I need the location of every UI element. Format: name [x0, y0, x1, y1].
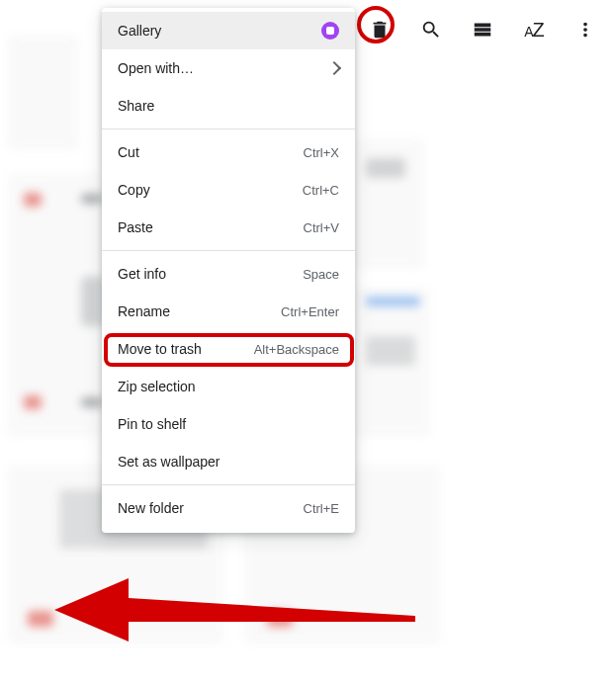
- sort-label: AZ: [524, 19, 544, 42]
- menu-item-shortcut: Alt+Backspace: [254, 342, 339, 357]
- menu-item-new-folder[interactable]: New folderCtrl+E: [102, 489, 355, 527]
- menu-item-cut[interactable]: CutCtrl+X: [102, 133, 355, 171]
- list-view-icon: [472, 19, 493, 41]
- menu-item-label: Pin to shelf: [118, 416, 339, 432]
- menu-item-shortcut: Ctrl+C: [303, 183, 339, 198]
- menu-item-shortcut: Ctrl+V: [304, 220, 339, 235]
- menu-item-paste[interactable]: PasteCtrl+V: [102, 209, 355, 246]
- bg-smudge: [366, 158, 405, 178]
- toolbar: AZ: [354, 10, 611, 49]
- menu-item-label: Share: [118, 98, 339, 114]
- search-button[interactable]: [405, 10, 457, 49]
- search-icon: [420, 19, 442, 41]
- menu-item-label: Copy: [118, 182, 289, 198]
- menu-divider: [102, 129, 355, 129]
- chevron-right-icon: [327, 61, 341, 75]
- list-view-button[interactable]: [457, 10, 508, 49]
- menu-item-label: Cut: [118, 144, 290, 160]
- menu-item-shortcut: Ctrl+X: [304, 145, 339, 160]
- menu-item-label: Paste: [118, 219, 290, 235]
- bg-smudge: [24, 395, 42, 409]
- menu-item-shortcut: Ctrl+E: [304, 501, 339, 516]
- gallery-badge-icon: [321, 22, 339, 40]
- bg-smudge: [24, 193, 42, 207]
- trash-button[interactable]: [354, 10, 405, 49]
- menu-item-label: Open with…: [118, 60, 329, 76]
- menu-item-shortcut: Ctrl+Enter: [281, 304, 339, 319]
- menu-item-label: Set as wallpaper: [118, 454, 339, 470]
- menu-item-open-with[interactable]: Open with…: [102, 49, 355, 87]
- menu-item-move-to-trash[interactable]: Move to trashAlt+Backspace: [102, 330, 355, 368]
- menu-item-shortcut: Space: [303, 267, 339, 282]
- menu-item-get-info[interactable]: Get infoSpace: [102, 255, 355, 293]
- menu-item-set-as-wallpaper[interactable]: Set as wallpaper: [102, 443, 355, 480]
- bg-smudge: [366, 336, 415, 366]
- menu-item-label: Get info: [118, 266, 289, 282]
- bg-smudge: [366, 297, 420, 306]
- menu-item-label: Rename: [118, 303, 267, 319]
- menu-divider: [102, 484, 355, 485]
- menu-item-label: New folder: [118, 500, 290, 516]
- menu-item-copy[interactable]: CopyCtrl+C: [102, 171, 355, 209]
- menu-item-zip-selection[interactable]: Zip selection: [102, 368, 355, 405]
- bg-thumbnail: [8, 35, 79, 148]
- bg-smudge: [28, 611, 53, 627]
- menu-item-pin-to-shelf[interactable]: Pin to shelf: [102, 405, 355, 443]
- menu-item-label: Move to trash: [118, 341, 240, 357]
- bg-smudge: [81, 194, 103, 204]
- more-vertical-icon: [574, 19, 596, 41]
- bg-smudge: [267, 611, 293, 627]
- context-menu: GalleryOpen with…ShareCutCtrl+XCopyCtrl+…: [102, 8, 355, 533]
- menu-divider: [102, 250, 355, 251]
- menu-item-label: Zip selection: [118, 379, 339, 394]
- menu-item-rename[interactable]: RenameCtrl+Enter: [102, 293, 355, 330]
- sort-button[interactable]: AZ: [508, 10, 560, 49]
- trash-icon: [369, 19, 391, 41]
- menu-item-gallery[interactable]: Gallery: [102, 12, 355, 49]
- menu-item-share[interactable]: Share: [102, 87, 355, 125]
- bg-smudge: [81, 397, 103, 407]
- menu-item-label: Gallery: [118, 23, 315, 39]
- more-button[interactable]: [560, 10, 611, 49]
